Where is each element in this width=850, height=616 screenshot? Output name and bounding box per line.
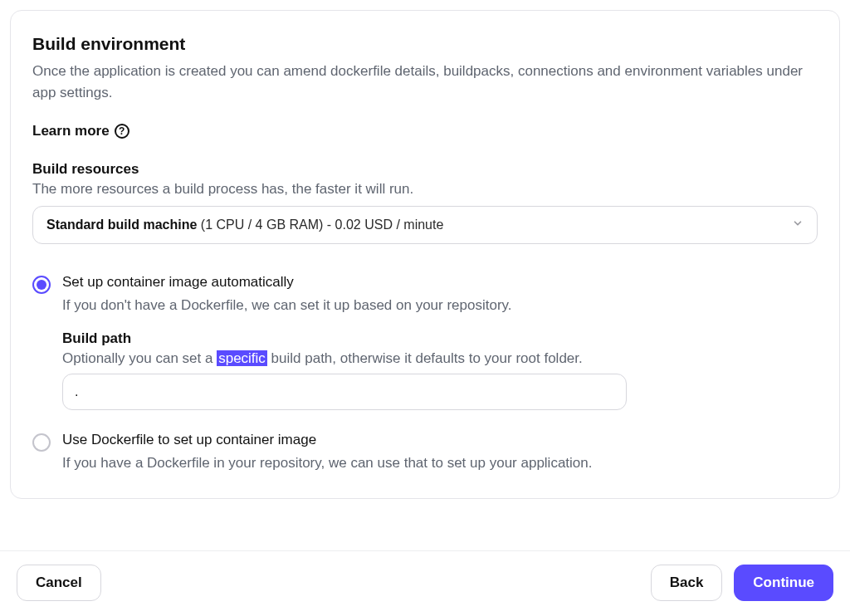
option-auto-desc: If you don't have a Dockerfile, we can s… (62, 297, 818, 314)
build-machine-name: Standard build machine (46, 218, 197, 232)
option-dockerfile-title: Use Dockerfile to set up container image (62, 432, 818, 448)
option-auto-title: Set up container image automatically (62, 274, 818, 291)
option-auto-content: Set up container image automatically If … (62, 274, 818, 410)
radio-dockerfile[interactable] (32, 433, 51, 452)
page-subtitle: Once the application is created you can … (32, 61, 818, 105)
option-dockerfile-content: Use Dockerfile to set up container image… (62, 432, 818, 472)
back-button[interactable]: Back (651, 565, 723, 601)
build-machine-selected: Standard build machine (1 CPU / 4 GB RAM… (46, 218, 443, 232)
continue-button[interactable]: Continue (734, 565, 833, 601)
build-path-label: Build path (62, 330, 818, 347)
learn-more-link[interactable]: Learn more ? (32, 123, 129, 139)
build-path-desc-post: build path, otherwise it defaults to you… (267, 350, 583, 366)
radio-selected-dot (37, 280, 46, 290)
build-resources-desc: The more resources a build process has, … (32, 181, 818, 198)
help-icon: ? (115, 124, 129, 139)
page-title: Build environment (32, 34, 818, 54)
option-dockerfile-desc: If you have a Dockerfile in your reposit… (62, 455, 818, 472)
build-resources-label: Build resources (32, 161, 818, 178)
build-environment-card: Build environment Once the application i… (10, 10, 840, 499)
build-path-input[interactable] (62, 374, 627, 410)
build-machine-select[interactable]: Standard build machine (1 CPU / 4 GB RAM… (32, 206, 818, 244)
build-path-desc-pre: Optionally you can set a (62, 350, 217, 366)
build-path-desc: Optionally you can set a specific build … (62, 350, 818, 367)
build-machine-details: (1 CPU / 4 GB RAM) - 0.02 USD / minute (197, 218, 443, 232)
cancel-button[interactable]: Cancel (17, 565, 101, 601)
footer-bar: Cancel Back Continue (0, 550, 850, 616)
build-path-highlight: specific (217, 350, 267, 366)
radio-auto[interactable] (32, 276, 51, 294)
footer-right-group: Back Continue (651, 565, 833, 601)
container-setup-radio-group: Set up container image automatically If … (32, 274, 818, 472)
option-auto: Set up container image automatically If … (32, 274, 818, 410)
option-dockerfile: Use Dockerfile to set up container image… (32, 432, 818, 472)
chevron-down-icon (792, 218, 804, 232)
learn-more-label: Learn more (32, 123, 110, 139)
